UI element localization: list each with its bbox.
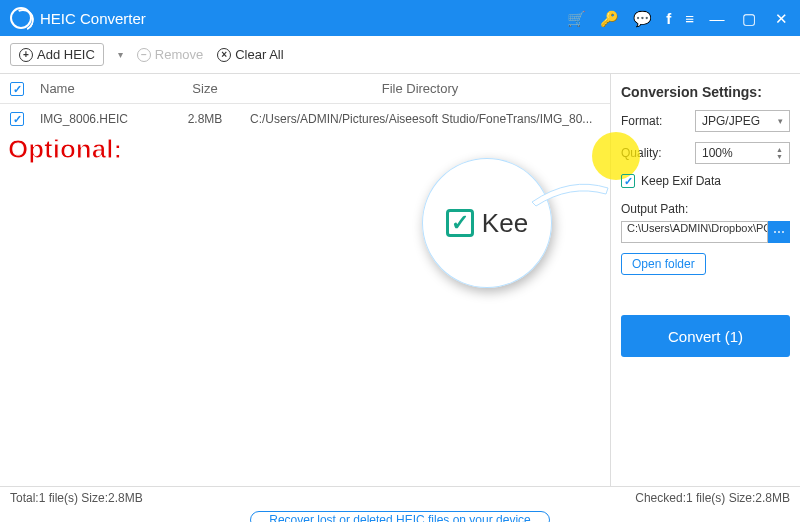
titlebar-actions: 🛒 🔑 💬 f ≡ — ▢ ✕: [567, 9, 790, 27]
format-value: JPG/JPEG: [702, 114, 760, 128]
close-button[interactable]: ✕: [772, 9, 790, 27]
quality-spinner[interactable]: 100% ▲▼: [695, 142, 790, 164]
file-checkbox[interactable]: [10, 112, 24, 126]
status-bar: Total:1 file(s) Size:2.8MB Checked:1 fil…: [0, 486, 800, 508]
chevron-down-icon: ▾: [778, 116, 783, 126]
output-path-input[interactable]: C:\Users\ADMIN\Dropbox\PC\: [621, 221, 768, 243]
col-size: Size: [170, 81, 240, 96]
minus-icon: −: [137, 48, 151, 62]
format-select[interactable]: JPG/JPEG ▾: [695, 110, 790, 132]
x-icon: ×: [217, 48, 231, 62]
chat-icon[interactable]: 💬: [633, 11, 652, 26]
menu-icon[interactable]: ≡: [685, 11, 694, 26]
open-folder-button[interactable]: Open folder: [621, 253, 706, 275]
clear-label: Clear All: [235, 47, 283, 62]
add-heic-button[interactable]: + Add HEIC: [10, 43, 104, 66]
add-dropdown-icon[interactable]: ▾: [118, 49, 123, 60]
remove-button: − Remove: [137, 47, 203, 62]
status-total: Total:1 file(s) Size:2.8MB: [10, 491, 143, 505]
output-label: Output Path:: [621, 202, 790, 216]
file-list-panel: Name Size File Directory IMG_8006.HEIC 2…: [0, 74, 610, 486]
cart-icon[interactable]: 🛒: [567, 11, 586, 26]
status-checked: Checked:1 file(s) Size:2.8MB: [635, 491, 790, 505]
app-title: HEIC Converter: [40, 10, 146, 27]
col-dir: File Directory: [240, 81, 600, 96]
optional-annotation: Optional:: [8, 134, 122, 165]
col-name: Name: [40, 81, 170, 96]
minimize-button[interactable]: —: [708, 9, 726, 27]
toolbar: + Add HEIC ▾ − Remove × Clear All: [0, 36, 800, 74]
add-heic-label: Add HEIC: [37, 47, 95, 62]
file-list-header: Name Size File Directory: [0, 74, 610, 104]
spinner-arrows-icon[interactable]: ▲▼: [776, 146, 783, 160]
file-row[interactable]: IMG_8006.HEIC 2.8MB C:/Users/ADMIN/Pictu…: [0, 104, 610, 134]
file-dir: C:/Users/ADMIN/Pictures/Aiseesoft Studio…: [240, 112, 600, 126]
remove-label: Remove: [155, 47, 203, 62]
keep-exif-checkbox[interactable]: [621, 174, 635, 188]
select-all-checkbox[interactable]: [10, 82, 24, 96]
keep-exif-label: Keep Exif Data: [641, 174, 721, 188]
key-icon[interactable]: 🔑: [600, 11, 619, 26]
clear-all-button[interactable]: × Clear All: [217, 47, 283, 62]
title-bar: HEIC Converter 🛒 🔑 💬 f ≡ — ▢ ✕: [0, 0, 800, 36]
settings-title: Conversion Settings:: [621, 84, 790, 100]
facebook-icon[interactable]: f: [666, 11, 671, 26]
app-logo-icon: [10, 7, 32, 29]
file-name: IMG_8006.HEIC: [40, 112, 170, 126]
recover-link[interactable]: Recover lost or deleted HEIC files on yo…: [250, 511, 549, 522]
quality-label: Quality:: [621, 146, 662, 160]
quality-value: 100%: [702, 146, 733, 160]
convert-button[interactable]: Convert (1): [621, 315, 790, 357]
format-label: Format:: [621, 114, 662, 128]
settings-panel: Conversion Settings: Format: JPG/JPEG ▾ …: [610, 74, 800, 486]
plus-icon: +: [19, 48, 33, 62]
maximize-button[interactable]: ▢: [740, 9, 758, 27]
file-size: 2.8MB: [170, 112, 240, 126]
browse-button[interactable]: ⋯: [768, 221, 790, 243]
